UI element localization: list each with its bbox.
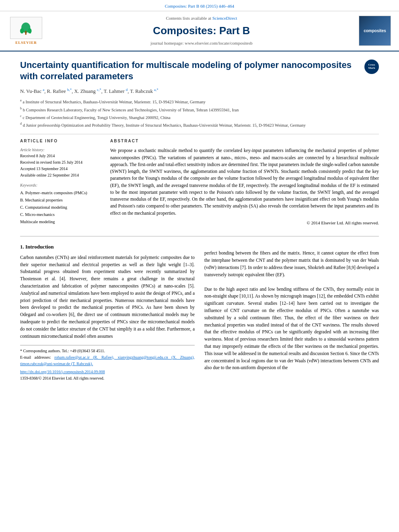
keyword-1: A. Polymer–matrix composites (PMCs)	[20, 189, 101, 197]
journal-top-bar: ELSEVIER Contents lists available at Sci…	[0, 11, 399, 51]
affiliation-c: c c Department of Geotechnical Engineeri…	[20, 114, 379, 121]
paper-title: Uncertainty quantification for multiscal…	[20, 60, 379, 82]
paper-content: CrossMark Uncertainty quantification for…	[0, 51, 399, 390]
email-note: E-mail addresses: roham.rafiee@ut.ac.ir …	[20, 354, 195, 367]
intro-para-1: Carbon nanotubes (CNTs) are ideal reinfo…	[20, 254, 195, 340]
issn-line: 1359-8368/© 2014 Elsevier Ltd. All right…	[20, 375, 195, 382]
keyword-3: C. Computational modeling	[20, 204, 101, 211]
elsevier-logo-box	[10, 17, 42, 39]
elsevier-brand-text: ELSEVIER	[15, 40, 37, 45]
abstract-panel: ABSTRACT We propose a stochastic multisc…	[110, 138, 379, 229]
article-history-label: Article history:	[20, 147, 101, 153]
body-divider	[20, 236, 379, 236]
authors-line: N. Vu-Bac a, R. Rafiee b,*, X. Zhuang c,…	[20, 87, 379, 95]
affiliations: a a Institute of Structural Mechanics, B…	[20, 98, 379, 128]
journal-homepage: journal homepage: www.elsevier.com/locat…	[52, 40, 351, 46]
keywords-label: Keywords:	[20, 183, 101, 188]
doi-link[interactable]: http://dx.doi.org/10.1016/j.compositesb.…	[20, 370, 105, 374]
affiliation-a: a a Institute of Structural Mechanics, B…	[20, 98, 379, 105]
corresponding-note: * Corresponding authors. Tel.: +49 (0)36…	[20, 348, 195, 354]
journal-citation-text: Composites: Part B 68 (2015) 446–464	[165, 4, 234, 8]
article-info-panel: ARTICLE INFO Article history: Received 8…	[20, 138, 101, 229]
journal-center-info: Contents lists available at ScienceDirec…	[44, 15, 359, 46]
author-nvubac: N. Vu-Bac	[20, 88, 43, 94]
affiliation-d: d d Junior professorship Optimization an…	[20, 121, 379, 128]
sciencedirect-line: Contents lists available at ScienceDirec…	[52, 15, 351, 21]
affiliation-b: b b Composites Research Laboratory, Facu…	[20, 106, 379, 113]
elsevier-tree-icon	[18, 21, 34, 35]
doi-line: http://dx.doi.org/10.1016/j.compositesb.…	[20, 369, 195, 375]
keyword-5: Multiscale modeling	[20, 218, 101, 226]
keywords-section: Keywords: A. Polymer–matrix composites (…	[20, 183, 101, 225]
keyword-4: C. Micro-mechanics	[20, 211, 101, 218]
svg-point-3	[20, 28, 24, 33]
article-info-heading: ARTICLE INFO	[20, 138, 101, 144]
introduction-section: 1. Introduction Carbon nanotubes (CNTs) …	[20, 243, 379, 382]
sciencedirect-link[interactable]: ScienceDirect	[212, 16, 237, 21]
crossmark-badge: CrossMark	[364, 60, 379, 74]
keyword-2: B. Mechanical properties	[20, 197, 101, 204]
section-divider-top	[20, 134, 379, 134]
abstract-text: We propose a stochastic multiscale metho…	[110, 147, 379, 217]
keywords-list: A. Polymer–matrix composites (PMCs) B. M…	[20, 189, 101, 225]
svg-point-4	[28, 28, 32, 33]
title-section: CrossMark Uncertainty quantification for…	[20, 60, 379, 82]
intro-left-col: 1. Introduction Carbon nanotubes (CNTs) …	[20, 243, 195, 382]
composites-cover-image: composites	[359, 16, 391, 46]
intro-para-right: perfect bonding between the fibers and t…	[204, 243, 379, 372]
info-abstract-section: ARTICLE INFO Article history: Received 8…	[20, 138, 379, 229]
crossmark-icon: CrossMark	[364, 60, 379, 74]
history-section: Article history: Received 8 July 2014 Re…	[20, 147, 101, 179]
elsevier-logo: ELSEVIER	[8, 17, 44, 45]
intro-right-col: perfect bonding between the fibers and t…	[204, 243, 379, 382]
copyright-notice: © 2014 Elsevier Ltd. All rights reserved…	[110, 220, 379, 226]
journal-citation-header: Composites: Part B 68 (2015) 446–464	[0, 0, 399, 11]
footnote-area: * Corresponding authors. Tel.: +49 (0)36…	[20, 345, 195, 382]
intro-section-title: 1. Introduction	[20, 243, 195, 251]
svg-rect-5	[25, 31, 27, 35]
article-dates: Received 8 July 2014 Received in revised…	[20, 153, 101, 179]
journal-title: Composites: Part B	[52, 23, 351, 38]
abstract-heading: ABSTRACT	[110, 138, 379, 144]
